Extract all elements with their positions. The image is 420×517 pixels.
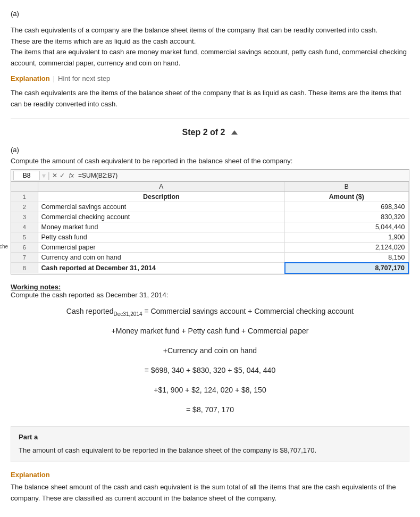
spreadsheet-table: A B 1 Description Amount ($) 2 Commercia…	[11, 182, 409, 274]
table-row: 4 Money market fund 5,044,440	[11, 222, 408, 232]
step-header: Step 2 of 2	[11, 128, 409, 137]
desc-cell-total: Cash reported at December 31, 2014	[38, 263, 285, 273]
working-notes-title: Working notes:	[11, 283, 61, 291]
desc-line-3: The items that are equivalent to cash ar…	[11, 48, 407, 67]
row-num: 5	[11, 232, 38, 242]
amount-cell: 5,044,440	[285, 222, 408, 232]
formula-line-5: +$1, 900 + $2, 124, 020 + $8, 150	[11, 382, 409, 398]
amount-cell: 698,340	[285, 202, 408, 212]
row-num: 8	[11, 263, 38, 273]
spreadsheet: ▾ | ✕ ✓ fx =SUM(B2:B7) A B 1 Description	[11, 169, 409, 274]
step2-part-label: (a)	[11, 146, 409, 154]
table-row: 2 Commercial savings account 698,340	[11, 202, 408, 212]
formula-bar-sep: ▾	[42, 171, 46, 180]
formula-value: =SUM(B2:B7)	[78, 172, 407, 179]
table-row: 8 Cash reported at December 31, 2014 8,7…	[11, 263, 408, 273]
description-block: The cash equivalents of a company are th…	[11, 25, 409, 69]
col-b-header: B	[285, 182, 408, 192]
formula-display: Cash reportedDec31,2014 = Commercial sav…	[11, 303, 409, 418]
pipe-separator: |	[53, 74, 55, 82]
formula-line-2: +Money market fund + Petty cash fund + C…	[11, 323, 409, 339]
row-num: 4	[11, 222, 38, 232]
step2-section: (a) Compute the amount of cash equivalen…	[11, 146, 409, 462]
col-header-row: A B	[11, 182, 408, 192]
amount-cell-total: 8,707,170	[285, 263, 408, 273]
desc-line-1: The cash equivalents of a company are th…	[11, 26, 377, 34]
table-row: 3 Commercial checking account 830,320	[11, 212, 408, 222]
formula-line-6: = $8, 707, 170	[11, 402, 409, 418]
side-label: che	[0, 244, 8, 249]
amount-cell: 830,320	[285, 212, 408, 222]
formula-bar-colon: |	[48, 171, 50, 180]
fx-label: fx	[69, 172, 74, 179]
bottom-explanation-text: The balance sheet amount of the cash and…	[11, 482, 409, 504]
working-notes-subtitle: Compute the cash reported as December 31…	[11, 291, 168, 299]
bottom-explanation-link[interactable]: Explanation	[11, 471, 409, 479]
row-num: 3	[11, 212, 38, 222]
explanation-text: The cash equivalents are the items of th…	[11, 88, 409, 110]
formula-line-3: +Currency and coin on hand	[11, 343, 409, 359]
compute-text: Compute the amount of cash equivalent to…	[11, 157, 409, 165]
bottom-section: Explanation The balance sheet amount of …	[11, 471, 409, 504]
top-section: (a) The cash equivalents of a company ar…	[11, 9, 409, 110]
hint-link[interactable]: Hint for next step	[58, 74, 110, 82]
amount-cell: 2,124,020	[285, 242, 408, 252]
top-part-label: (a)	[11, 9, 409, 20]
step-text: Step 2 of 2	[182, 128, 225, 137]
formula-cancel-btn[interactable]: ✕	[52, 172, 57, 179]
table-row: 1 Description Amount ($)	[11, 191, 408, 202]
col-a-header: A	[38, 182, 285, 192]
desc-cell: Commercial paper	[38, 242, 285, 252]
desc-cell: Petty cash fund	[38, 232, 285, 242]
formula-line-1: Cash reportedDec31,2014 = Commercial sav…	[11, 303, 409, 320]
formula-bar: ▾ | ✕ ✓ fx =SUM(B2:B7)	[11, 170, 409, 182]
amount-cell: 1,900	[285, 232, 408, 242]
explanation-bar: Explanation | Hint for next step	[11, 74, 409, 82]
table-row: che 6 Commercial paper 2,124,020	[11, 242, 408, 252]
formula-confirm-btn[interactable]: ✓	[60, 172, 65, 179]
desc-cell: Money market fund	[38, 222, 285, 232]
corner-cell	[11, 182, 38, 192]
amount-header-cell: Amount ($)	[285, 191, 408, 202]
row-num: 2	[11, 202, 38, 212]
desc-line-2: These are the items which are as liquid …	[11, 37, 196, 45]
row-num: 7	[11, 252, 38, 263]
table-row: 5 Petty cash fund 1,900	[11, 232, 408, 242]
desc-header-cell: Description	[38, 191, 285, 202]
part-a-title: Part a	[19, 432, 401, 443]
desc-cell: Currency and coin on hand	[38, 252, 285, 263]
part-a-box: Part a The amount of cash equivalent to …	[11, 426, 409, 462]
table-row: 7 Currency and coin on hand 8,150	[11, 252, 408, 263]
desc-cell: Commercial savings account	[38, 202, 285, 212]
cell-ref-input[interactable]	[13, 171, 40, 180]
desc-cell: Commercial checking account	[38, 212, 285, 222]
chevron-up-icon[interactable]	[231, 130, 238, 135]
working-notes: Working notes: Compute the cash reported…	[11, 283, 409, 299]
part-a-text: The amount of cash equivalent to be repo…	[19, 445, 401, 456]
row-num: che 6	[11, 242, 38, 252]
row-num: 1	[11, 191, 38, 202]
explanation-link[interactable]: Explanation	[11, 74, 50, 82]
formula-line-4: = $698, 340 + $830, 320 + $5, 044, 440	[11, 362, 409, 379]
divider	[11, 119, 409, 119]
amount-cell: 8,150	[285, 252, 408, 263]
